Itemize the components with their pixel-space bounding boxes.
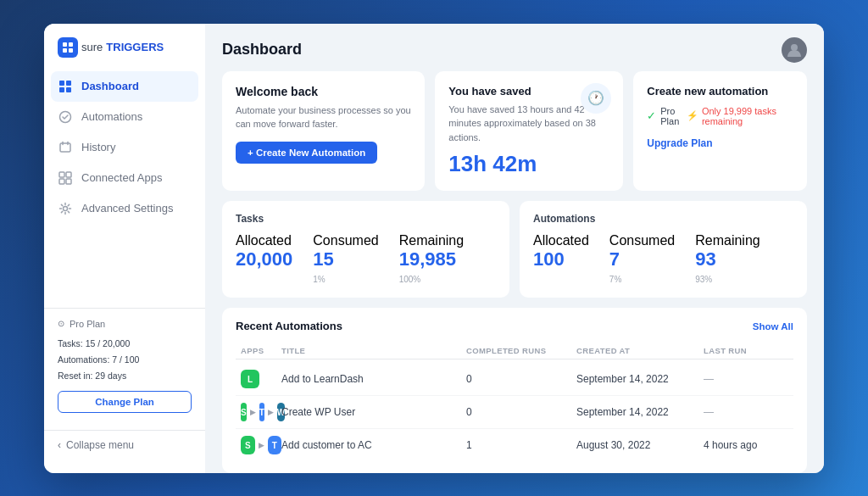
col-created-at: CREATED AT	[576, 346, 704, 355]
arrow-icon3: ▶	[259, 441, 264, 449]
saved-card: You have saved You have saved 13 hours a…	[435, 71, 623, 192]
plan-row: ✓ Pro Plan ⚡ Only 19,999 tasks remaining	[647, 106, 793, 126]
automations-stat: Automations: 7 / 100	[58, 352, 192, 368]
stats-row: Tasks Allocated 20,000 Consumed 15 1% Re…	[205, 201, 824, 308]
automations-stats-card: Automations Allocated 100 Consumed 7 7% …	[520, 201, 807, 298]
create-automation-card: Create new automation ✓ Pro Plan ⚡ Only …	[633, 71, 807, 192]
advanced-settings-label: Advanced Settings	[81, 202, 173, 215]
arrow-icon2: ▶	[268, 408, 274, 416]
sidebar-item-advanced-settings[interactable]: Advanced Settings	[44, 193, 205, 224]
avatar[interactable]	[782, 37, 807, 63]
svg-rect-15	[66, 179, 71, 184]
svg-rect-4	[59, 81, 64, 86]
table-row[interactable]: L Add to LearnDash 0 September 14, 2022 …	[236, 363, 793, 396]
svg-rect-7	[66, 87, 71, 92]
tasks-stat: Tasks: 15 / 20,000	[58, 336, 192, 352]
sidebar: sureTRIGGERS Dashboard Automatio	[44, 24, 205, 473]
automations-remaining-percent: 93%	[695, 275, 712, 284]
plan-label: Pro Plan	[660, 106, 687, 126]
row1-last-run: —	[704, 373, 788, 385]
row3-title: Add customer to AC	[281, 439, 466, 451]
automations-remaining-label: Remaining	[695, 233, 760, 248]
row2-app-icons: S ▶ T ▶ W	[241, 403, 281, 421]
main-header: Dashboard	[205, 24, 824, 71]
logo: sureTRIGGERS	[44, 37, 205, 71]
svg-rect-14	[59, 179, 64, 184]
svg-point-16	[64, 206, 68, 210]
welcome-card: Welcome back Automate your business proc…	[222, 71, 425, 192]
app-icon-blue2: T	[259, 403, 264, 421]
svg-rect-12	[59, 172, 64, 177]
create-automation-button[interactable]: + Create New Automation	[236, 142, 377, 164]
row2-title: Create WP User	[281, 406, 466, 418]
welcome-description: Automate your business processes so you …	[236, 103, 411, 131]
tasks-stat-cols: Allocated 20,000 Consumed 15 1% Remainin…	[236, 233, 496, 286]
table-header: APPS TITLE COMPLETED RUNS CREATED AT LAS…	[236, 343, 793, 359]
automations-remaining-value: 93	[695, 248, 760, 270]
collapse-menu[interactable]: ‹ Collapse menu	[44, 430, 205, 460]
automations-allocated-value: 100	[533, 248, 589, 270]
logo-triggers: TRIGGERS	[106, 41, 164, 53]
row3-last-run: 4 hours ago	[704, 439, 788, 451]
automations-stats-title: Automations	[533, 213, 793, 225]
upgrade-plan-link[interactable]: Upgrade Plan	[647, 137, 712, 149]
change-plan-button[interactable]: Change Plan	[58, 391, 192, 413]
automations-allocated: Allocated 100	[533, 233, 589, 286]
main-content: Dashboard Welcome back Automate your bus…	[205, 24, 824, 473]
automations-consumed-label: Consumed	[609, 233, 675, 248]
check-icon: ✓	[647, 109, 656, 122]
recent-automations: Recent Automations Show All APPS TITLE C…	[222, 308, 807, 473]
tasks-remaining: Remaining 19,985 100%	[399, 233, 464, 286]
app-icon-blue3: T	[268, 436, 282, 454]
tasks-stats-card: Tasks Allocated 20,000 Consumed 15 1% Re…	[222, 201, 509, 298]
automations-allocated-label: Allocated	[533, 233, 589, 248]
connected-apps-label: Connected Apps	[81, 171, 162, 184]
page-title: Dashboard	[222, 41, 302, 59]
tasks-consumed-value: 15	[313, 248, 378, 270]
pro-plan-label: ⊙ Pro Plan	[58, 319, 192, 329]
history-label: History	[81, 141, 115, 153]
sidebar-item-history[interactable]: History	[44, 132, 205, 163]
table-row[interactable]: S ▶ T ▶ W Create WP User 0 September 14,…	[236, 396, 793, 429]
show-all-link[interactable]: Show All	[753, 321, 793, 332]
logo-sure: sure	[81, 41, 103, 53]
col-completed-runs: COMPLETED RUNS	[466, 346, 576, 355]
table-row[interactable]: S ▶ T Add customer to AC 1 August 30, 20…	[236, 429, 793, 461]
svg-rect-5	[66, 81, 71, 86]
tasks-remaining-value: 19,985	[399, 248, 464, 270]
tasks-remaining-text: Only 19,999 tasks remaining	[702, 106, 793, 126]
reset-stat: Reset in: 29 days	[58, 368, 192, 384]
svg-rect-2	[63, 48, 67, 53]
dashboard-label: Dashboard	[81, 80, 139, 92]
row2-created-at: September 14, 2022	[576, 406, 704, 418]
automations-stat-cols: Allocated 100 Consumed 7 7% Remaining 93…	[533, 233, 793, 286]
svg-point-17	[791, 44, 798, 51]
col-title: TITLE	[281, 346, 466, 355]
welcome-title: Welcome back	[236, 85, 411, 98]
connected-apps-icon	[58, 170, 73, 186]
automations-consumed-value: 7	[609, 248, 675, 270]
svg-rect-1	[69, 42, 73, 47]
app-icon-green3: S	[241, 436, 255, 454]
col-last-run: LAST RUN	[704, 346, 788, 355]
sidebar-item-automations[interactable]: Automations	[44, 102, 205, 132]
clock-icon: 🕐	[581, 83, 611, 114]
chevron-left-icon: ‹	[58, 439, 61, 451]
svg-rect-0	[63, 42, 67, 47]
top-cards: Welcome back Automate your business proc…	[205, 71, 824, 202]
sidebar-item-connected-apps[interactable]: Connected Apps	[44, 163, 205, 193]
tasks-remaining: ⚡ Only 19,999 tasks remaining	[687, 106, 793, 126]
svg-rect-9	[60, 143, 70, 152]
pro-plan-stats: Tasks: 15 / 20,000 Automations: 7 / 100 …	[58, 336, 192, 384]
tasks-allocated-value: 20,000	[236, 248, 292, 270]
svg-rect-13	[66, 172, 71, 177]
row3-app-icons: S ▶ T	[241, 436, 281, 454]
logo-icon	[58, 37, 78, 58]
svg-rect-3	[69, 48, 73, 53]
row1-created-at: September 14, 2022	[576, 373, 704, 385]
sidebar-bottom: ⊙ Pro Plan Tasks: 15 / 20,000 Automation…	[44, 308, 205, 423]
sidebar-item-dashboard[interactable]: Dashboard	[51, 71, 198, 102]
row3-completed-runs: 1	[466, 439, 576, 451]
app-icon-green2: S	[241, 403, 247, 421]
automations-consumed-percent: 7%	[609, 275, 621, 284]
